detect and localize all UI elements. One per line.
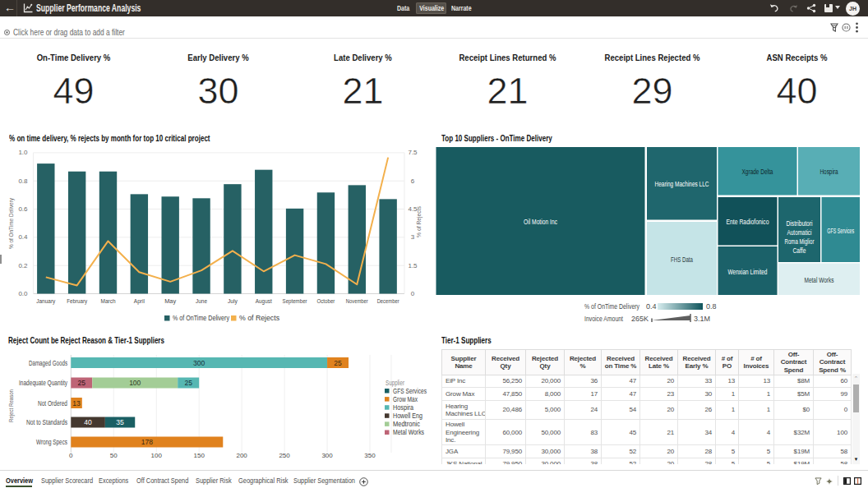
- svg-text:0: 0: [69, 452, 73, 459]
- svg-text:150: 150: [194, 452, 205, 459]
- svg-text:Metal Works: Metal Works: [805, 276, 834, 284]
- svg-text:October: October: [316, 297, 335, 305]
- svg-text:Hospira: Hospira: [393, 403, 413, 412]
- svg-text:May: May: [164, 297, 176, 305]
- svg-text:Distributori: Distributori: [787, 219, 813, 228]
- svg-text:Not Ordered: Not Ordered: [38, 399, 67, 407]
- svg-text:0.4: 0.4: [18, 233, 28, 241]
- svg-text:Wenxian Limited: Wenxian Limited: [728, 268, 768, 276]
- svg-text:250: 250: [279, 452, 290, 459]
- svg-text:Xgrade Delta: Xgrade Delta: [742, 168, 773, 176]
- svg-text:50: 50: [110, 452, 118, 459]
- svg-text:GFS Services: GFS Services: [393, 387, 427, 395]
- svg-text:300: 300: [321, 452, 333, 459]
- svg-text:7.5: 7.5: [408, 149, 418, 156]
- svg-text:13: 13: [72, 399, 81, 407]
- svg-text:0.8: 0.8: [18, 177, 28, 185]
- svg-text:0.8: 0.8: [706, 302, 717, 311]
- svg-text:Ente Radiofonico: Ente Radiofonico: [727, 218, 769, 226]
- svg-text:August: August: [256, 297, 273, 305]
- svg-text:178: 178: [141, 438, 153, 446]
- svg-text:300: 300: [193, 359, 205, 367]
- svg-text:June: June: [196, 297, 207, 305]
- svg-text:350: 350: [364, 452, 376, 459]
- svg-text:100: 100: [129, 379, 141, 387]
- svg-text:Not to Standards: Not to Standards: [26, 418, 67, 426]
- svg-text:Medtronic: Medtronic: [393, 420, 420, 428]
- svg-text:25: 25: [334, 359, 342, 367]
- svg-text:Inadequate Quantity: Inadequate Quantity: [19, 379, 68, 387]
- svg-text:200: 200: [236, 452, 247, 459]
- svg-text:Reject Reason: Reject Reason: [7, 389, 15, 422]
- svg-text:% of Rejects: % of Rejects: [239, 314, 279, 322]
- svg-text:0.2: 0.2: [18, 262, 28, 269]
- svg-text:35: 35: [116, 418, 124, 426]
- svg-text:100: 100: [151, 452, 163, 459]
- svg-text:3.1M: 3.1M: [694, 315, 710, 323]
- svg-text:FHS Data: FHS Data: [671, 256, 693, 264]
- svg-text:% of OnTime Delivery: % of OnTime Delivery: [7, 198, 15, 249]
- svg-text:Wrong Specs: Wrong Specs: [36, 438, 67, 446]
- svg-text:0.4: 0.4: [646, 302, 657, 311]
- svg-text:25: 25: [78, 379, 86, 387]
- svg-text:6: 6: [411, 177, 415, 185]
- svg-text:September: September: [283, 297, 307, 305]
- svg-text:February: February: [67, 297, 87, 305]
- svg-text:% of OnTime Delivery: % of OnTime Delivery: [173, 314, 229, 322]
- svg-text:April: April: [134, 297, 145, 305]
- svg-text:40: 40: [84, 418, 92, 426]
- svg-text:March: March: [101, 297, 116, 305]
- svg-text:1.5: 1.5: [408, 262, 418, 269]
- svg-text:Automatici: Automatici: [787, 228, 812, 237]
- svg-text:GFS Services: GFS Services: [827, 227, 854, 235]
- svg-text:Supplier: Supplier: [386, 379, 404, 387]
- svg-text:Hearing Machines LLC: Hearing Machines LLC: [655, 180, 709, 188]
- svg-text:0.0: 0.0: [18, 290, 28, 297]
- svg-text:0.6: 0.6: [18, 205, 28, 213]
- svg-text:Grow Max: Grow Max: [393, 395, 418, 403]
- svg-text:265K: 265K: [631, 315, 649, 323]
- svg-text:July: July: [228, 297, 238, 305]
- svg-text:Caffe: Caffe: [793, 246, 806, 255]
- svg-text:January: January: [36, 297, 55, 305]
- svg-text:Damaged Goods: Damaged Goods: [29, 359, 67, 367]
- svg-text:Howell Eng: Howell Eng: [393, 412, 422, 420]
- svg-text:% of Rejects: % of Rejects: [415, 206, 422, 237]
- svg-text:25: 25: [184, 379, 192, 387]
- svg-text:Hospira: Hospira: [820, 168, 838, 176]
- svg-text:December: December: [377, 297, 399, 305]
- svg-text:Invoice Amount: Invoice Amount: [584, 315, 623, 323]
- svg-text:Metal Works: Metal Works: [393, 428, 424, 436]
- svg-text:1.0: 1.0: [18, 149, 28, 156]
- svg-text:Oil Motion Inc: Oil Motion Inc: [524, 218, 558, 226]
- svg-text:0: 0: [411, 290, 415, 297]
- svg-text:Roma Miglior: Roma Miglior: [785, 237, 815, 246]
- svg-text:November: November: [346, 297, 368, 305]
- svg-text:% of OnTime Delivery: % of OnTime Delivery: [584, 302, 639, 311]
